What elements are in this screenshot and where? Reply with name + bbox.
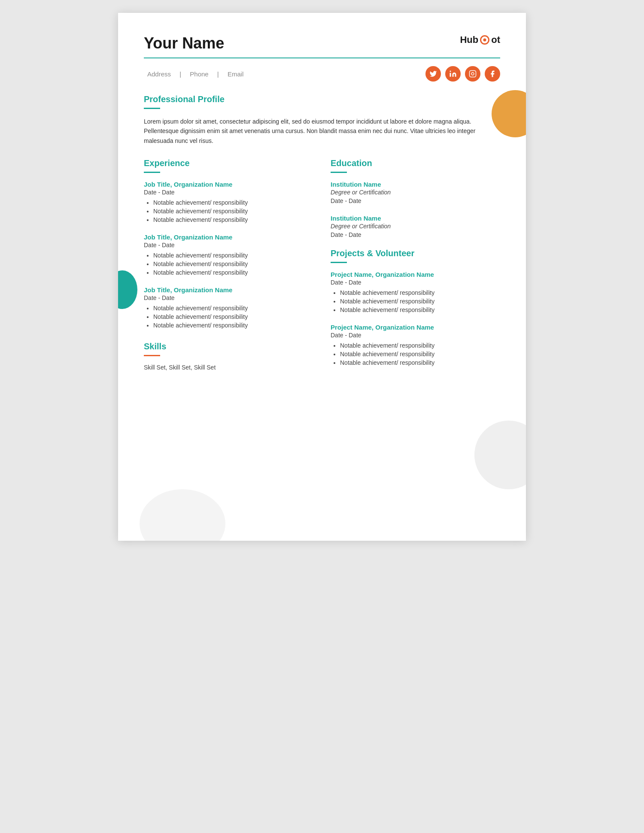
list-item: Notable achievement/ responsibility — [340, 351, 500, 357]
experience-entry-1: Job Title, Organization Name Date - Date… — [144, 181, 313, 223]
exp-3-date: Date - Date — [144, 294, 313, 301]
education-title: Education — [331, 158, 500, 168]
proj-2-bullets: Notable achievement/ responsibility Nota… — [331, 342, 500, 366]
list-item: Notable achievement/ responsibility — [153, 216, 313, 223]
list-item: Notable achievement/ responsibility — [340, 359, 500, 366]
header-divider — [144, 58, 500, 58]
list-item: Notable achievement/ responsibility — [340, 289, 500, 296]
left-column: Experience Job Title, Organization Name … — [144, 158, 313, 376]
list-item: Notable achievement/ responsibility — [340, 306, 500, 313]
proj-2-date: Date - Date — [331, 332, 500, 339]
resume-page: Your Name Hub ot Address | Phone | Email — [118, 13, 526, 541]
facebook-icon[interactable] — [485, 66, 500, 82]
edu-1-date: Date - Date — [331, 197, 500, 204]
project-entry-1: Project Name, Organization Name Date - D… — [331, 271, 500, 313]
skills-underline — [144, 355, 160, 356]
experience-underline — [144, 172, 160, 173]
hubspot-sprocket-icon — [479, 34, 490, 45]
email-label: Email — [228, 70, 244, 78]
proj-1-bullets: Notable achievement/ responsibility Nota… — [331, 289, 500, 313]
separator-2: | — [217, 70, 219, 78]
edu-2-date: Date - Date — [331, 231, 500, 238]
list-item: Notable achievement/ responsibility — [153, 199, 313, 206]
name-title: Your Name — [144, 34, 224, 52]
experience-section: Experience Job Title, Organization Name … — [144, 158, 313, 329]
profile-text: Lorem ipsum dolor sit amet, consectetur … — [144, 117, 500, 145]
proj-1-date: Date - Date — [331, 279, 500, 286]
edu-2-institution: Institution Name — [331, 215, 500, 222]
projects-underline — [331, 262, 347, 263]
profile-underline — [144, 108, 160, 109]
two-column-layout: Experience Job Title, Organization Name … — [144, 158, 500, 376]
social-icons-group — [425, 66, 500, 82]
list-item: Notable achievement/ responsibility — [340, 342, 500, 349]
hubspot-hub: Hub — [460, 34, 478, 45]
hubspot-sprocket-ring — [480, 35, 489, 45]
proj-2-title: Project Name, Organization Name — [331, 324, 500, 331]
contact-row: Address | Phone | Email — [144, 66, 500, 82]
linkedin-icon[interactable] — [445, 66, 461, 82]
list-item: Notable achievement/ responsibility — [153, 261, 313, 267]
decorative-blob-gray-right — [474, 421, 526, 489]
edu-2-degree: Degree or Certification — [331, 223, 500, 230]
experience-entry-3: Job Title, Organization Name Date - Date… — [144, 286, 313, 329]
separator-1: | — [179, 70, 181, 78]
projects-title: Projects & Volunteer — [331, 248, 500, 258]
list-item: Notable achievement/ responsibility — [153, 208, 313, 215]
hubspot-sprocket-dot — [483, 39, 486, 42]
list-item: Notable achievement/ responsibility — [340, 298, 500, 305]
list-item: Notable achievement/ responsibility — [153, 305, 313, 312]
education-entry-2: Institution Name Degree or Certification… — [331, 215, 500, 238]
list-item: Notable achievement/ responsibility — [153, 269, 313, 276]
profile-section: Professional Profile Lorem ipsum dolor s… — [144, 94, 500, 145]
exp-2-title: Job Title, Organization Name — [144, 233, 313, 241]
skills-section: Skills Skill Set, Skill Set, Skill Set — [144, 342, 313, 371]
edu-1-degree: Degree or Certification — [331, 189, 500, 196]
decorative-blob-gray-left — [140, 489, 225, 541]
exp-3-title: Job Title, Organization Name — [144, 286, 313, 294]
exp-3-bullets: Notable achievement/ responsibility Nota… — [144, 305, 313, 329]
education-section: Education Institution Name Degree or Cer… — [331, 158, 500, 238]
exp-1-bullets: Notable achievement/ responsibility Nota… — [144, 199, 313, 223]
edu-1-institution: Institution Name — [331, 181, 500, 188]
education-entry-1: Institution Name Degree or Certification… — [331, 181, 500, 204]
list-item: Notable achievement/ responsibility — [153, 313, 313, 320]
exp-1-title: Job Title, Organization Name — [144, 181, 313, 188]
proj-1-title: Project Name, Organization Name — [331, 271, 500, 278]
education-underline — [331, 172, 347, 173]
svg-point-0 — [450, 71, 451, 72]
hubspot-ot: ot — [491, 34, 500, 45]
experience-title: Experience — [144, 158, 313, 168]
header: Your Name Hub ot — [144, 34, 500, 52]
profile-title: Professional Profile — [144, 94, 500, 104]
svg-rect-1 — [470, 71, 476, 77]
contact-info: Address | Phone | Email — [144, 70, 247, 78]
exp-2-bullets: Notable achievement/ responsibility Nota… — [144, 252, 313, 276]
list-item: Notable achievement/ responsibility — [153, 252, 313, 259]
right-column: Education Institution Name Degree or Cer… — [331, 158, 500, 376]
twitter-icon[interactable] — [425, 66, 441, 82]
projects-section: Projects & Volunteer Project Name, Organ… — [331, 248, 500, 366]
project-entry-2: Project Name, Organization Name Date - D… — [331, 324, 500, 366]
address-label: Address — [147, 70, 171, 78]
list-item: Notable achievement/ responsibility — [153, 322, 313, 329]
exp-2-date: Date - Date — [144, 242, 313, 248]
instagram-icon[interactable] — [465, 66, 480, 82]
experience-entry-2: Job Title, Organization Name Date - Date… — [144, 233, 313, 276]
phone-label: Phone — [190, 70, 208, 78]
skills-title: Skills — [144, 342, 313, 351]
hubspot-logo: Hub ot — [460, 34, 500, 45]
skills-text: Skill Set, Skill Set, Skill Set — [144, 364, 313, 371]
decorative-blob-teal — [118, 270, 137, 309]
exp-1-date: Date - Date — [144, 189, 313, 196]
